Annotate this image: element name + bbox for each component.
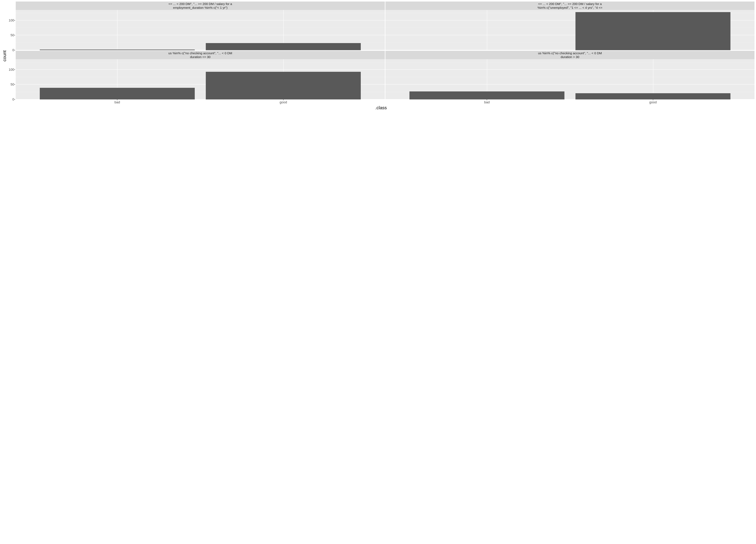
- y-axis-title: count: [2, 50, 7, 61]
- facet-strip: us %in% c("no checking account", "... < …: [16, 51, 385, 59]
- gridline-major: [385, 84, 754, 85]
- x-tick-label: bad: [484, 100, 490, 104]
- x-tick-mark: [487, 99, 487, 100]
- x-axis-title: .class: [8, 105, 754, 110]
- y-tick-label: 50: [11, 83, 14, 86]
- gridline-major: [16, 35, 385, 35]
- bar-good: [575, 12, 730, 50]
- gridline-major: [16, 20, 385, 20]
- y-tick-mark: [14, 50, 15, 50]
- y-ticks-row-0: 050100: [8, 2, 15, 50]
- gridline-major: [16, 69, 385, 70]
- faceted-bar-chart: count 050100 <= ... < 200 DM", "... >= 2…: [2, 2, 754, 110]
- gridline-minor: [385, 62, 754, 62]
- bar-bad: [409, 91, 564, 99]
- facet-grid: 050100 <= ... < 200 DM", "... >= 200 DM …: [8, 2, 754, 99]
- strip-text-line1: <= ... < 200 DM", "... >= 200 DM / salar…: [168, 2, 232, 6]
- y-tick-mark: [14, 35, 15, 35]
- bar-bad: [40, 50, 195, 50]
- x-ticks-col-0: badgood: [16, 99, 385, 105]
- strip-text-line1: us %in% c("no checking account", "... < …: [538, 51, 602, 55]
- facet-1-1: us %in% c("no checking account", "... < …: [385, 51, 754, 99]
- facet-1-0: us %in% c("no checking account", "... < …: [16, 51, 385, 99]
- strip-text-line2: %in% c("unemployed", "1 <= ... < 4 yrs",…: [538, 6, 602, 10]
- y-axis-title-container: count: [2, 2, 8, 110]
- plot-panel: [385, 59, 754, 99]
- plot-panel: [16, 59, 385, 99]
- facet-0-0: <= ... < 200 DM", "... >= 200 DM / salar…: [16, 2, 385, 50]
- strip-text-line1: us %in% c("no checking account", "... < …: [168, 51, 232, 55]
- facet-strip: us %in% c("no checking account", "... < …: [385, 51, 754, 59]
- bar-good: [575, 93, 730, 99]
- y-ticks-row-1: 050100: [8, 51, 15, 99]
- x-tick-label: good: [280, 100, 287, 104]
- chart-inner: 050100 <= ... < 200 DM", "... >= 200 DM …: [8, 2, 754, 110]
- strip-text-line2: duration <= 30: [190, 55, 210, 59]
- x-axis-row: badgood badgood: [8, 99, 754, 105]
- gridline-minor: [16, 62, 385, 62]
- y-tick-mark: [14, 20, 15, 21]
- y-tick-label: 0: [12, 98, 14, 101]
- x-tick-mark: [653, 99, 653, 100]
- bar-bad: [40, 88, 195, 99]
- y-tick-mark: [14, 70, 15, 70]
- y-tick-label: 100: [9, 18, 14, 22]
- strip-text-line2: employment_duration %in% c("< 1 yr"): [173, 6, 228, 10]
- facet-0-1: <= ... < 200 DM", "... >= 200 DM / salar…: [385, 2, 754, 50]
- bar-good: [206, 43, 361, 50]
- y-tick-label: 50: [11, 33, 14, 37]
- gridline-major: [385, 69, 754, 70]
- facet-strip: <= ... < 200 DM", "... >= 200 DM / salar…: [16, 2, 385, 10]
- strip-text-line2: duration > 30: [561, 55, 579, 59]
- y-tick-label: 0: [12, 48, 14, 52]
- plot-panel: [16, 10, 385, 50]
- x-tick-label: bad: [114, 100, 120, 104]
- y-tick-label: 100: [9, 68, 14, 72]
- plot-panel: [385, 10, 754, 50]
- strip-text-line1: <= ... < 200 DM", "... >= 200 DM / salar…: [538, 2, 602, 6]
- facet-strip: <= ... < 200 DM", "... >= 200 DM / salar…: [385, 2, 754, 10]
- x-ticks-col-1: badgood: [385, 99, 754, 105]
- x-tick-label: good: [649, 100, 657, 104]
- y-tick-mark: [14, 99, 15, 100]
- y-tick-mark: [14, 84, 15, 85]
- x-tick-mark: [117, 99, 117, 100]
- bar-good: [206, 72, 361, 99]
